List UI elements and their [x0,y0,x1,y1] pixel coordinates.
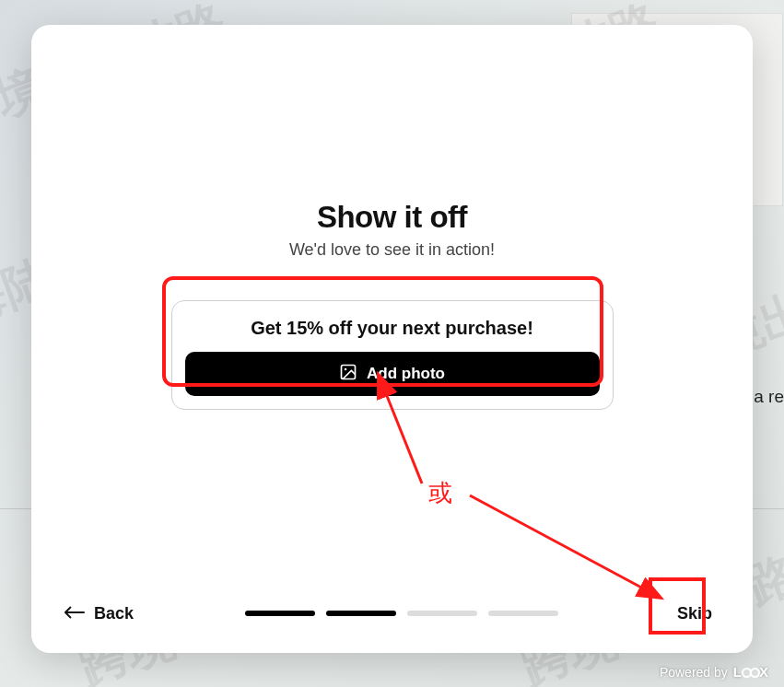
arrow-left-icon [64,604,85,623]
svg-line-2 [385,391,422,483]
svg-point-1 [345,367,347,370]
modal-subtitle: We'd love to see it in action! [289,240,495,260]
progress-step-1 [245,611,315,616]
annotation-arrow-to-offer [367,382,440,493]
skip-button-label: Skip [677,604,712,623]
offer-headline: Get 15% off your next purchase! [185,318,600,339]
back-button-label: Back [94,604,134,623]
skip-button[interactable]: Skip [670,600,720,627]
annotation-arrow-to-skip [465,488,668,617]
back-button[interactable]: Back [64,604,134,623]
powered-by-branding: Powered by LX [660,664,769,680]
image-icon [339,363,357,386]
add-photo-button-label: Add photo [367,365,445,383]
brand-logo-text: LX [733,664,769,680]
powered-by-prefix: Powered by [660,665,728,680]
progress-step-2 [326,611,396,616]
svg-line-3 [470,495,645,589]
modal-title: Show it off [317,200,467,235]
